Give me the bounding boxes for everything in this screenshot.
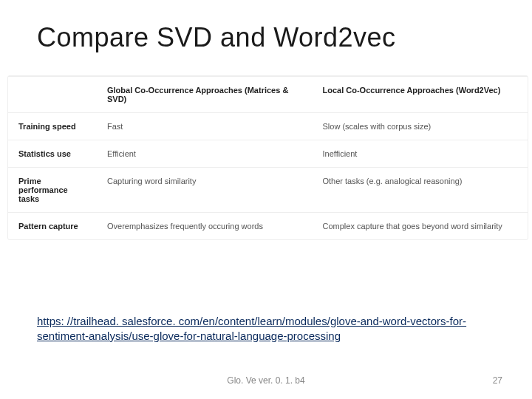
table-header-global: Global Co-Occurrence Approaches (Matrice… — [97, 77, 313, 113]
source-link[interactable]: https: //trailhead. salesforce. com/en/c… — [37, 314, 488, 344]
table-row: Prime performance tasks Capturing word s… — [8, 168, 528, 213]
page-title: Compare SVD and Word2vec — [37, 22, 502, 53]
cell-global: Capturing word similarity — [97, 168, 313, 213]
table-row: Training speed Fast Slow (scales with co… — [8, 113, 528, 140]
table-header-blank — [8, 77, 97, 113]
cell-local: Other tasks (e.g. analogical reasoning) — [313, 168, 528, 213]
slide: Compare SVD and Word2vec Global Co-Occur… — [0, 0, 532, 399]
table-header-row: Global Co-Occurrence Approaches (Matrice… — [8, 77, 528, 113]
table-row: Statistics use Efficient Inefficient — [8, 140, 528, 168]
footer-version: Glo. Ve ver. 0. 1. b4 — [0, 375, 532, 386]
comparison-table: Global Co-Occurrence Approaches (Matrice… — [7, 75, 528, 240]
cell-global: Overemphasizes frequently occuring words — [97, 213, 313, 240]
cell-local: Complex capture that goes beyond word si… — [313, 213, 528, 240]
cell-local: Inefficient — [313, 140, 528, 168]
cell-global: Efficient — [97, 140, 313, 168]
table: Global Co-Occurrence Approaches (Matrice… — [8, 76, 528, 239]
row-label: Training speed — [8, 113, 97, 140]
table-row: Pattern capture Overemphasizes frequentl… — [8, 213, 528, 240]
row-label: Pattern capture — [8, 213, 97, 240]
row-label: Prime performance tasks — [8, 168, 97, 213]
page-number: 27 — [493, 375, 502, 386]
cell-local: Slow (scales with corpus size) — [313, 113, 528, 140]
row-label: Statistics use — [8, 140, 97, 168]
table-header-local: Local Co-Occurrence Approaches (Word2Vec… — [313, 77, 528, 113]
cell-global: Fast — [97, 113, 313, 140]
